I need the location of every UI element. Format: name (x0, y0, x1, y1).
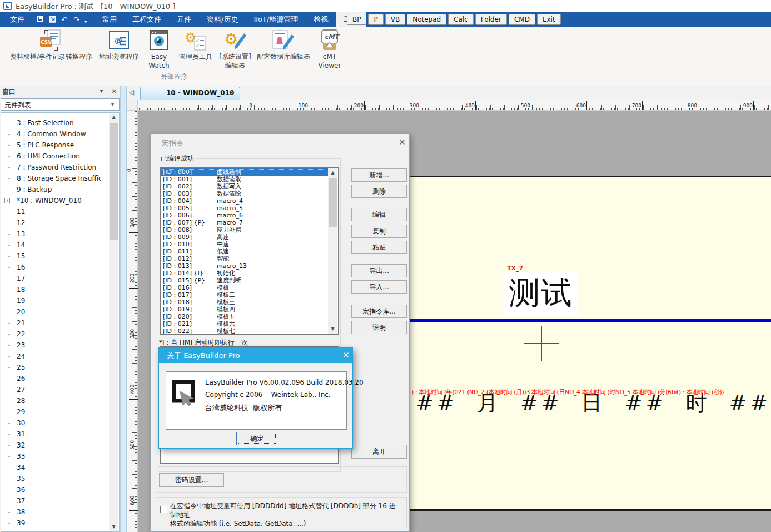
menu-tab-工程文件[interactable]: 工程文件 (125, 12, 169, 27)
tree-item-32[interactable]: 32 (1, 440, 101, 451)
macro-list-scrollbar[interactable]: ▲ ▼ (328, 168, 337, 334)
about-close-icon[interactable]: ✕ (342, 350, 350, 360)
macro-button-3[interactable]: 复制 (351, 225, 407, 238)
scroll-down-icon[interactable]: ▼ (109, 523, 118, 531)
ribbon-button-配方数据库编辑器[interactable]: 配方数据库编辑器 (257, 29, 309, 61)
macro-item-3[interactable]: [ID : 003]数据清除 (161, 190, 329, 197)
macro-item-7[interactable]: [ID : 007] {P}macro_7 (161, 219, 329, 226)
file-menu-button[interactable]: 文件 (0, 12, 34, 27)
tree-item-36[interactable]: 36 (1, 484, 101, 495)
macro-item-0[interactable]: [ID : 000]曲线绘制 (161, 168, 329, 176)
tree-item-27[interactable]: 27 (1, 384, 101, 395)
ribbon-button-[系统设置]-编辑器[interactable]: ⚙[系统设置]编辑器 (215, 29, 256, 70)
macro-dialog-close-icon[interactable]: ✕ (399, 137, 406, 147)
tree-item-19[interactable]: 19 (1, 295, 101, 306)
tree-item-13[interactable]: 13 (1, 228, 101, 240)
tree-item-18[interactable]: 18 (1, 284, 101, 295)
macro-item-15[interactable]: [ID : 015] {P}速度判断 (161, 277, 329, 284)
macro-item-20[interactable]: [ID : 020]模板五 (161, 313, 329, 320)
tree-item-12[interactable]: 12 (1, 217, 101, 228)
address-format-checkbox[interactable] (160, 506, 167, 513)
macro-listbox[interactable]: [ID : 000]曲线绘制[ID : 001]数据读取[ID : 002]数据… (160, 167, 339, 335)
tree-item-4[interactable]: 4 : Common Window (1, 128, 101, 140)
menu-tab-资料/历史[interactable]: 资料/历史 (199, 12, 246, 27)
tree-scrollbar[interactable]: ▲ ▼ (109, 113, 118, 531)
tab-close-icon[interactable]: ✕ (228, 89, 234, 97)
panel-dropdown-icon[interactable]: ▾ (100, 88, 103, 94)
tree-expand-icon[interactable]: + (4, 198, 10, 203)
export-icon[interactable]: ⇲ (49, 16, 56, 23)
quick-button-notepad[interactable]: Notepad (407, 14, 446, 25)
tree-item-26[interactable]: 26 (1, 373, 101, 384)
quick-button-cmd[interactable]: CMD (509, 14, 535, 25)
tree-item-14[interactable]: 14 (1, 240, 101, 251)
tree-item-8[interactable]: 8 : Storage Space Insufficient (1, 173, 101, 184)
tree-item-35[interactable]: 35 (1, 473, 101, 484)
tree-item-16[interactable]: 16 (1, 262, 101, 273)
macro-item-17[interactable]: [ID : 017]模板二 (161, 291, 329, 299)
macro-item-9[interactable]: [ID : 009]高速 (161, 233, 329, 241)
object-list-combobox[interactable]: 元件列表 ▾ (1, 98, 120, 111)
quick-button-exit[interactable]: Exit (537, 14, 561, 25)
menu-tab-元件[interactable]: 元件 (169, 12, 199, 27)
macro-item-18[interactable]: [ID : 018]模板三 (161, 299, 329, 306)
tree-item-11[interactable]: 11 (1, 206, 101, 217)
quick-access-caret-icon[interactable]: ▾ (84, 17, 87, 27)
tree-item-34[interactable]: 34 (1, 462, 101, 473)
scroll-up-icon[interactable]: ▲ (328, 168, 337, 177)
macro-item-10[interactable]: [ID : 010]中速 (161, 241, 329, 248)
macro-item-12[interactable]: [ID : 012]智能 (161, 255, 329, 262)
macro-item-14[interactable]: [ID : 014] {I}初始化 (161, 270, 329, 277)
quick-button-vb[interactable]: VB (385, 14, 405, 25)
tree-item-20[interactable]: 20 (1, 306, 101, 317)
scroll-down-icon[interactable]: ▼ (328, 325, 337, 334)
document-tab[interactable]: 10 - WINDOW_010 ✕ (140, 87, 240, 100)
panel-splitter[interactable] (120, 86, 127, 532)
macro-button-1[interactable]: 删除 (351, 185, 407, 198)
macro-item-13[interactable]: [ID : 013]macro_13 (161, 262, 329, 270)
tree-item-17[interactable]: 17 (1, 273, 101, 284)
menu-tab-IIoT/能源管理[interactable]: IIoT/能源管理 (246, 12, 306, 27)
ribbon-button-cMT-Viewer[interactable]: cMTcMTViewer (311, 29, 348, 70)
tree-item-30[interactable]: 30 (1, 417, 101, 429)
tree-item-6[interactable]: 6 : HMI Connection (1, 151, 101, 162)
macro-button-0[interactable]: 新增... (351, 168, 407, 182)
tree-item-39[interactable]: 39 (1, 518, 101, 529)
leave-button[interactable]: 离开 (351, 445, 407, 459)
tree-item-31[interactable]: 31 (1, 429, 101, 440)
quick-button-folder[interactable]: Folder (475, 14, 507, 25)
tree-item-21[interactable]: 21 (1, 317, 101, 329)
ok-button[interactable]: 确定 (236, 432, 277, 445)
tree-item-22[interactable]: 22 (1, 329, 101, 340)
quick-button-bp[interactable]: BP (347, 14, 366, 25)
macro-item-21[interactable]: [ID : 021]模板六 (161, 320, 329, 327)
macro-item-6[interactable]: [ID : 006]macro_6 (161, 212, 329, 219)
macro-button-6[interactable]: 导入... (351, 280, 407, 294)
ribbon-button-Easy-Watch[interactable]: EasyWatch (142, 29, 176, 70)
tree-item-10[interactable]: *10 : WINDOW_010+ (1, 195, 101, 206)
macro-button-5[interactable]: 导出... (351, 264, 407, 277)
scroll-up-icon[interactable]: ▲ (109, 113, 118, 122)
tree-item-33[interactable]: 33 (1, 451, 101, 462)
macro-item-2[interactable]: [ID : 002]数据写入 (161, 183, 329, 190)
ribbon-button-地址浏览程序[interactable]: @地址浏览程序 (99, 29, 139, 61)
tree-scrollbar-thumb[interactable] (110, 123, 118, 240)
menu-tab-检视[interactable]: 检视 (306, 12, 336, 27)
tab-scroll-left-icon[interactable]: ◁ (129, 88, 134, 96)
tree-item-24[interactable]: 24 (1, 351, 101, 362)
macro-item-1[interactable]: [ID : 001]数据读取 (161, 176, 329, 183)
macro-button-4[interactable]: 粘贴 (351, 241, 407, 254)
quick-button-p[interactable]: P (368, 14, 383, 25)
quick-button-calc[interactable]: Calc (448, 14, 474, 25)
undo-icon[interactable]: ↶ (61, 14, 68, 24)
macro-item-8[interactable]: [ID : 008]应力补偿 (161, 226, 329, 233)
macro-item-16[interactable]: [ID : 016]模板一 (161, 284, 329, 291)
macro-item-19[interactable]: [ID : 019]模板四 (161, 306, 329, 313)
tree-item-28[interactable]: 28 (1, 395, 101, 406)
ribbon-button-管理员工具[interactable]: ⚙✓✓管理员工具 (178, 29, 213, 61)
tree-item-3[interactable]: 3 : Fast Selection (1, 117, 101, 128)
macro-item-22[interactable]: [ID : 022]模板七 (161, 327, 329, 335)
tree-item-7[interactable]: 7 : Password Restriction (1, 162, 101, 173)
tree-item-38[interactable]: 38 (1, 506, 101, 518)
macro-button-8[interactable]: 说明 (351, 321, 407, 334)
